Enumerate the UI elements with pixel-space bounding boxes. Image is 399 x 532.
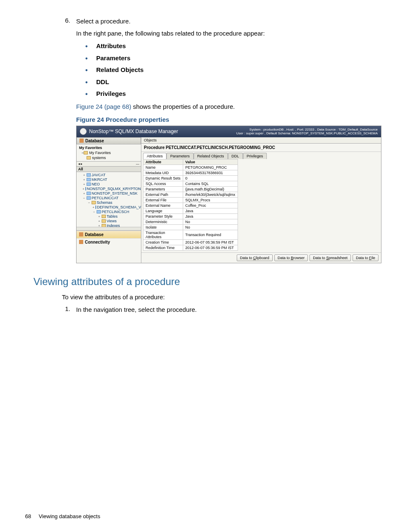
tree-all-label[interactable]: All (77, 167, 141, 172)
app-titlebar: NonStop™ SQL/MX Database Manager System … (77, 126, 381, 137)
page-number: 68 (25, 513, 31, 519)
tree-node[interactable]: +NONSTOP_SYSTEM_NSK (77, 191, 140, 196)
table-row: Creation Time2012-06-07 05:36:59 PM IST (143, 239, 238, 245)
tree-scrollbar[interactable] (77, 227, 141, 230)
table-cell: SQL Access (143, 181, 183, 186)
table-row: Transaction AttributesTransaction Requir… (143, 230, 238, 239)
table-cell: No (183, 224, 238, 230)
figure-link[interactable]: Figure 24 (page 68) (76, 103, 131, 110)
step-followup: In the right pane, the following tabs re… (76, 29, 374, 39)
table-row: SQL AccessContains SQL (143, 181, 238, 186)
tree-node[interactable]: −Schemas (77, 200, 140, 205)
favorites-section: My Favorites −My Favoritessystems (77, 144, 141, 162)
table-row: External NameCoffee_Proc (143, 203, 238, 208)
table-row: Dynamic Result Sets0 (143, 175, 238, 181)
favorites-item[interactable]: systems (78, 155, 139, 160)
tree-node[interactable]: −PETCLINICCAT (77, 196, 140, 200)
catalog-icon (95, 206, 96, 209)
table-cell: Isolate (143, 224, 183, 230)
export-button[interactable]: Data to Spreadsheet (309, 254, 351, 261)
table-cell: Transaction Required (183, 230, 238, 239)
table-row: Metadata UID392634453178386931 (143, 170, 238, 175)
section-intro: To view the attributes of a procedure: (62, 293, 374, 302)
nav-section-tab[interactable]: Connectivity (77, 238, 141, 246)
table-cell: External File (143, 197, 183, 203)
property-tab[interactable]: Privileges (243, 153, 267, 159)
folder-icon (92, 201, 96, 204)
titlebar-status: System : productionDB , Host: , Port: 22… (236, 128, 378, 136)
table-header-cell: Attribute (143, 159, 183, 164)
tree-node[interactable]: −PETCLINICSCH (77, 210, 140, 214)
table-cell: 2012-06-07 05:36:59 PM IST (183, 239, 238, 245)
table-row: Redefinition Time2012-06-07 05:36:59 PM … (143, 245, 238, 250)
table-cell: SQLMX_Procs (183, 197, 238, 203)
footer-text: Viewing database objects (38, 513, 100, 519)
table-cell: No (183, 219, 238, 224)
export-button[interactable]: Data to Clipboard (237, 254, 273, 261)
tab-bullet-item: Privileges (79, 89, 374, 99)
tree-node[interactable]: +DEFINITION_SCHEMA_VERSI (77, 205, 140, 210)
favorites-item[interactable]: −My Favorites (78, 150, 139, 155)
property-tab[interactable]: Related Objects (194, 153, 228, 159)
tab-bullet-list: AttributesParametersRelated ObjectsDDLPr… (79, 41, 374, 99)
right-panel: Objects Procedure PETCLINICCAT.PETCLINIC… (141, 137, 381, 263)
table-cell: /home/ek30/j3wetck/sql/sqlmx (183, 192, 238, 197)
table-cell: 2012-06-07 05:36:59 PM IST (183, 245, 238, 250)
table-cell: External Path (143, 192, 183, 197)
step-text: In the navigation tree, select the proce… (76, 305, 374, 315)
figure-reference: Figure 24 (page 68) shows the properties… (76, 103, 374, 110)
nav-section-tab[interactable]: Database (77, 231, 141, 238)
folder-icon (84, 151, 88, 154)
tree-node[interactable]: +JAVCAT (77, 173, 140, 177)
tree-toolbar[interactable]: ◂ ▸— (77, 162, 141, 167)
tree-node[interactable]: +NEO (77, 182, 140, 187)
folder-icon (102, 219, 106, 223)
table-row: DeterministicNo (143, 219, 238, 224)
navigation-tree[interactable]: +JAVCAT+MKRCAT+NEO+NONSTOP_SQLMX_KRYPTON… (77, 172, 141, 231)
screenshot-figure-24: NonStop™ SQL/MX Database Manager System … (76, 126, 381, 263)
folder-icon (87, 156, 91, 159)
table-cell: PETGROOMING_PROC (183, 164, 238, 170)
table-cell: 0 (183, 175, 238, 181)
figure-ref-rest: shows the properties of a procedure. (131, 103, 235, 110)
property-tab[interactable]: DDL (228, 153, 243, 159)
catalog-icon (87, 196, 91, 200)
table-cell: Name (143, 164, 183, 170)
table-header-cell: Value (183, 159, 238, 164)
property-tab[interactable]: Attributes (143, 153, 166, 159)
status-line-1: System : productionDB , Host: , Port: 22… (236, 128, 378, 132)
catalog-icon (97, 210, 101, 213)
database-panel-header[interactable]: Database (77, 137, 141, 144)
tree-node[interactable]: +Tables (77, 214, 140, 219)
db-icon (79, 139, 84, 143)
status-line-2: User : super.super , Default Schema: NON… (236, 131, 378, 136)
app-title: NonStop™ SQL/MX Database Manager (89, 129, 236, 134)
tree-node[interactable]: +MKRCAT (77, 177, 140, 182)
objects-bar[interactable]: Objects (141, 137, 381, 144)
table-cell: Parameter Style (143, 213, 183, 219)
tab-bullet-item: Attributes (79, 41, 374, 51)
table-row: External FileSQLMX_Procs (143, 197, 238, 203)
catalog-icon (87, 192, 91, 195)
left-bottom-tabs: DatabaseConnectivity (77, 231, 141, 246)
app-icon (80, 128, 87, 135)
property-tabs: AttributesParametersRelated ObjectsDDLPr… (141, 152, 381, 159)
table-cell: Metadata UID (143, 170, 183, 175)
step-text: Select a procedure. (76, 17, 374, 26)
property-tab[interactable]: Parameters (166, 153, 194, 159)
table-cell: Dynamic Result Sets (143, 175, 183, 181)
table-row: IsolateNo (143, 224, 238, 230)
table-cell: Java (183, 208, 238, 213)
table-row: LanguageJava (143, 208, 238, 213)
catalog-icon (87, 178, 91, 181)
section-icon (79, 240, 83, 244)
export-button[interactable]: Data to Browser (274, 254, 308, 261)
tree-node[interactable]: +NONSTOP_SQLMX_KRYPTON (77, 187, 140, 191)
catalog-icon (85, 187, 86, 190)
tab-bullet-item: Related Objects (79, 65, 374, 75)
page-footer: 68Viewing database objects (25, 513, 100, 519)
tab-bullet-item: DDL (79, 77, 374, 87)
export-button[interactable]: Data to File (353, 254, 379, 261)
table-cell: Deterministic (143, 219, 183, 224)
tree-node[interactable]: +Views (77, 219, 140, 224)
